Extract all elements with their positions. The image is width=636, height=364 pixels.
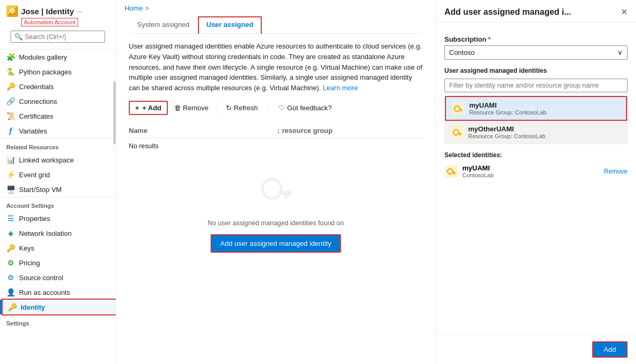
sidebar-item-run-as-accounts[interactable]: 👤 Run as accounts	[0, 285, 116, 300]
empty-state: No user assigned managed identities foun…	[129, 154, 423, 269]
sidebar-item-event-grid[interactable]: ⚡ Event grid	[0, 167, 116, 182]
account-settings-label: Account Settings	[0, 197, 116, 211]
description-text: User assigned managed identities enable …	[129, 41, 423, 93]
refresh-icon: ↻	[226, 104, 232, 112]
sidebar-item-start-stop-vm[interactable]: 🖥️ Start/Stop VM	[0, 182, 116, 197]
more-options-icon[interactable]: ···	[77, 7, 83, 15]
empty-text: No user assigned managed identities foun…	[208, 219, 344, 227]
sidebar-item-modules-gallery[interactable]: 🧩 Modules gallery	[0, 50, 116, 64]
identity-item-myuami[interactable]: myUAMI Resource Group: ContosoLab	[445, 96, 627, 121]
start-stop-vm-icon: 🖥️	[6, 185, 15, 194]
panel-close-button[interactable]: ✕	[621, 8, 628, 16]
automation-account-label: Automation Account	[21, 18, 78, 26]
credentials-icon: 🔑	[6, 82, 15, 91]
svg-rect-12	[445, 165, 458, 178]
sidebar-item-network-isolation[interactable]: ◈ Network Isolation	[0, 226, 116, 241]
sidebar-item-source-control[interactable]: ⚙ Source control	[0, 270, 116, 285]
selected-identities-label: Selected identities:	[444, 151, 628, 159]
sidebar-item-properties[interactable]: ☰ Properties	[0, 211, 116, 226]
sidebar-item-label: Linked workspace	[19, 156, 74, 164]
svg-rect-10	[458, 133, 461, 134]
brand-title: Jose | Identity	[21, 7, 74, 16]
remove-button[interactable]: 🗑 Remove	[169, 102, 214, 114]
sidebar-item-credentials[interactable]: 🔑 Credentials	[0, 79, 116, 94]
feedback-icon: ♡	[279, 104, 285, 112]
main-inner: System assigned User assigned User assig…	[116, 16, 435, 364]
sidebar-item-label: Certificates	[19, 112, 53, 120]
identity-icon-myuami	[451, 102, 465, 116]
identity-item-info: myUAMI Resource Group: ContosoLab	[469, 101, 546, 116]
keys-icon: 🔑	[6, 244, 15, 252]
pricing-icon: ⚙	[6, 258, 15, 267]
identity-list: myUAMI Resource Group: ContosoLab myOthe…	[444, 95, 628, 144]
network-isolation-icon: ◈	[6, 229, 15, 237]
sidebar-item-connections[interactable]: 🔗 Connections	[0, 94, 116, 109]
svg-rect-14	[452, 172, 455, 173]
sidebar-item-linked-workspace[interactable]: 📊 Linked workspace	[0, 152, 116, 167]
svg-rect-6	[459, 109, 462, 110]
connections-icon: 🔗	[6, 97, 15, 106]
sidebar-item-variables[interactable]: ƒ Variables	[0, 123, 116, 138]
panel-footer: Add	[436, 334, 636, 364]
sidebar-item-label: Pricing	[19, 259, 40, 267]
selected-identity-myuami: myUAMI ContosoLab Remove	[444, 162, 628, 180]
svg-rect-3	[288, 193, 291, 196]
toolbar: + + Add 🗑 Remove ↻ Refresh | ♡ Got feedb…	[129, 101, 423, 115]
add-icon: +	[135, 104, 139, 112]
identity-item-info: myOtherUAMI Resource Group: ContosoLab	[468, 125, 545, 139]
feedback-button[interactable]: ♡ Got feedback?	[273, 102, 337, 114]
col-resource-group: ↕ resource group	[277, 127, 423, 135]
sidebar-item-keys[interactable]: 🔑 Keys	[0, 241, 116, 255]
search-box[interactable]: 🔍	[11, 31, 105, 43]
learn-more-link[interactable]: Learn more	[322, 84, 357, 92]
add-user-assigned-managed-identity-button[interactable]: Add user assigned managed identity	[211, 234, 340, 253]
tab-system-assigned[interactable]: System assigned	[129, 16, 198, 34]
sidebar-item-label: Network Isolation	[19, 229, 72, 237]
identity-icon-myotheruami	[450, 126, 464, 139]
nav-items: 🧩 Modules gallery 🐍 Python packages 🔑 Cr…	[0, 50, 116, 329]
identity-icon: 🔑	[8, 303, 16, 311]
toolbar-separator	[217, 102, 217, 113]
empty-state-icon	[255, 170, 297, 212]
subscription-dropdown[interactable]: Contoso ∨	[444, 45, 628, 60]
breadcrumb-home[interactable]: Home	[125, 4, 143, 12]
col-name: Name	[129, 127, 277, 135]
python-icon: 🐍	[6, 68, 15, 76]
selected-identity-icon	[444, 165, 458, 178]
sidebar-header: ⚙ Jose | Identity ··· Automation Account…	[0, 0, 116, 50]
side-panel: Add user assigned managed i... ✕ Subscri…	[435, 0, 636, 364]
search-icon: 🔍	[14, 33, 23, 41]
svg-rect-8	[451, 126, 463, 139]
refresh-button[interactable]: ↻ Refresh	[221, 102, 263, 114]
panel-add-button[interactable]: Add	[592, 341, 628, 358]
settings-label: Settings	[0, 314, 116, 329]
toolbar-divider: |	[268, 104, 269, 112]
search-input[interactable]	[25, 33, 101, 41]
identity-item-myotheruami[interactable]: myOtherUAMI Resource Group: ContosoLab	[445, 121, 627, 143]
sidebar-item-label: Keys	[19, 244, 34, 252]
sidebar-item-python-packages[interactable]: 🐍 Python packages	[0, 64, 116, 79]
modules-icon: 🧩	[6, 53, 15, 61]
filter-input[interactable]	[444, 79, 628, 92]
no-results-text: No results	[129, 138, 423, 154]
brand: ⚙ Jose | Identity ···	[6, 5, 109, 17]
source-control-icon: ⚙	[6, 273, 15, 282]
subscription-label: Subscription *	[444, 35, 628, 43]
sort-icon[interactable]: ↕	[277, 127, 280, 135]
sidebar-item-certificates[interactable]: 📜 Certificates	[0, 109, 116, 123]
chevron-down-icon: ∨	[618, 49, 623, 56]
sidebar-item-label: Start/Stop VM	[19, 186, 62, 194]
run-as-accounts-icon: 👤	[6, 288, 15, 296]
remove-selected-identity-link[interactable]: Remove	[604, 168, 628, 175]
svg-rect-2	[284, 195, 288, 199]
sidebar-item-identity[interactable]: 🔑 Identity	[0, 300, 116, 314]
sidebar-item-pricing[interactable]: ⚙ Pricing	[0, 255, 116, 270]
svg-rect-4	[452, 102, 464, 115]
add-button[interactable]: + + Add	[129, 101, 168, 115]
sidebar-item-label: Source control	[19, 274, 63, 282]
tab-user-assigned[interactable]: User assigned	[198, 16, 262, 34]
svg-rect-15	[454, 173, 455, 175]
sidebar-item-label: Run as accounts	[19, 289, 70, 296]
sidebar-item-label: Event grid	[19, 171, 50, 179]
brand-icon: ⚙	[6, 5, 18, 17]
